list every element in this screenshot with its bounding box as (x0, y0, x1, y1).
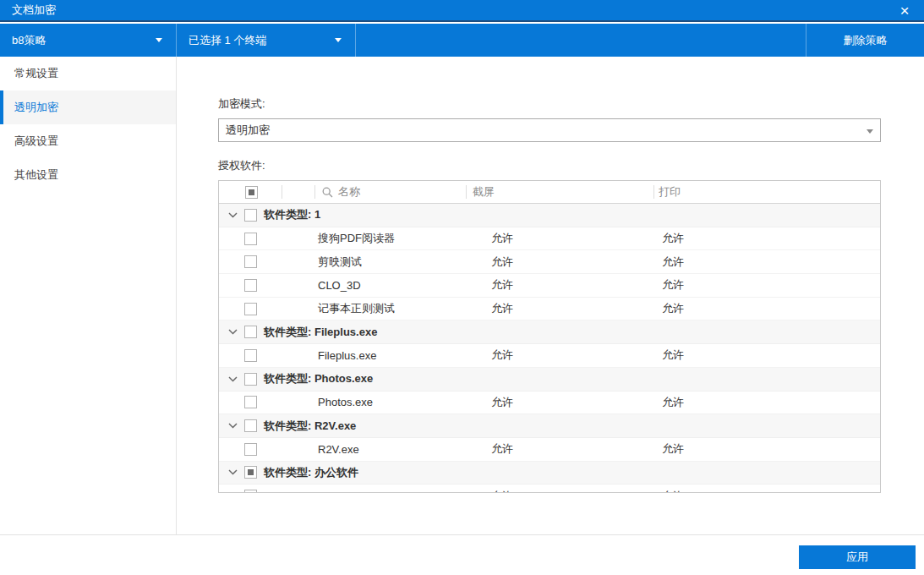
group-row[interactable]: 软件类型: 办公软件 (219, 462, 880, 485)
group-label: 软件类型: R2V.exe (264, 419, 356, 434)
screenshot-permission: 允许 (467, 301, 654, 316)
row-checkbox[interactable] (244, 490, 257, 493)
table-row[interactable]: R2V.exe允许允许 (219, 438, 880, 462)
table-row[interactable]: Fileplus.exe允许允许 (219, 344, 880, 368)
group-label: 软件类型: 办公软件 (264, 465, 358, 480)
header-screenshot-cell: 截屏 (467, 181, 654, 203)
authorized-software-label: 授权软件: (218, 158, 265, 173)
encryption-mode-value: 透明加密 (226, 123, 270, 138)
close-icon[interactable]: × (895, 1, 914, 19)
delete-policy-label: 删除策略 (844, 33, 888, 48)
row-checkbox-cell (219, 396, 282, 408)
software-name: R2V.exe (315, 443, 467, 456)
row-checkbox[interactable] (244, 419, 257, 432)
authorized-software-table: 名称 截屏 打印 软件类型: 1搜狗PDF阅读器允许允许剪映测试允许允许CLO_… (218, 180, 881, 493)
sidebar-item[interactable]: 常规设置 (0, 57, 176, 90)
group-label: 软件类型: 1 (264, 207, 320, 222)
row-checkbox[interactable] (244, 303, 257, 315)
software-name: 记事本正则测试 (315, 301, 467, 316)
row-checkbox[interactable] (244, 349, 257, 362)
software-name: 剪映测试 (315, 255, 467, 270)
sidebar-item[interactable]: 其他设置 (0, 158, 176, 192)
sidebar-item[interactable]: 透明加密 (0, 90, 176, 124)
row-checkbox[interactable] (244, 396, 257, 408)
row-checkbox[interactable] (244, 443, 257, 456)
group-row[interactable]: 软件类型: 1 (219, 204, 880, 227)
search-icon (322, 187, 333, 198)
encryption-mode-label: 加密模式: (218, 96, 265, 112)
software-name: 搜狗PDF阅读器 (315, 231, 467, 246)
table-row[interactable]: 记事本正则测试允许允许 (219, 298, 880, 321)
print-permission: 允许 (654, 489, 880, 493)
screenshot-permission: 允许 (467, 231, 654, 246)
group-label: 软件类型: Photos.exe (264, 371, 373, 386)
footer: 应用 (0, 534, 924, 575)
delete-policy-button[interactable]: 删除策略 (806, 24, 924, 57)
sidebar-item[interactable]: 高级设置 (0, 124, 176, 158)
print-permission: 允许 (654, 231, 880, 246)
screenshot-permission: 允许 (467, 489, 654, 493)
header-screenshot-label: 截屏 (473, 184, 495, 200)
screenshot-permission: 允许 (467, 348, 654, 363)
screenshot-permission: 允许 (467, 277, 654, 293)
header-print-label: 打印 (659, 184, 681, 200)
row-checkbox-cell (219, 490, 282, 493)
row-checkbox[interactable] (244, 373, 257, 386)
print-permission: 允许 (654, 301, 880, 316)
row-checkbox[interactable] (244, 255, 257, 268)
group-row[interactable]: 软件类型: R2V.exe (219, 414, 880, 438)
chevron-down-icon (156, 38, 162, 42)
chevron-down-icon (335, 38, 342, 42)
toolbar: b8策略 已选择 1 个终端 删除策略 (0, 24, 924, 57)
chevron-down-icon (867, 129, 873, 134)
main-content: 加密模式: 透明加密 授权软件: 名称 截屏 (178, 57, 924, 534)
row-checkbox-cell (219, 233, 282, 245)
chevron-down-icon[interactable] (227, 423, 238, 429)
toolbar-spacer (356, 24, 806, 57)
row-checkbox-cell (219, 255, 282, 268)
header-select-all-cell (219, 181, 282, 203)
print-permission: 允许 (654, 441, 880, 457)
table-body: 软件类型: 1搜狗PDF阅读器允许允许剪映测试允许允许CLO_3D允许允许记事本… (219, 204, 880, 493)
terminal-dropdown[interactable]: 已选择 1 个终端 (177, 24, 356, 57)
row-checkbox[interactable] (244, 279, 257, 292)
row-checkbox[interactable] (244, 209, 257, 222)
print-permission: 允许 (654, 277, 880, 293)
group-label: 软件类型: Fileplus.exe (264, 325, 377, 340)
table-header: 名称 截屏 打印 (219, 181, 880, 204)
window-titlebar: 文档加密 × (0, 0, 924, 22)
chevron-down-icon[interactable] (227, 376, 238, 382)
encryption-mode-select[interactable]: 透明加密 (218, 118, 881, 142)
table-row[interactable]: Photos.exe允许允许 (219, 392, 880, 415)
screenshot-permission: 允许 (467, 395, 654, 410)
table-row[interactable]: 搜狗PDF阅读器允许允许 (219, 227, 880, 251)
select-all-checkbox[interactable] (245, 186, 258, 199)
screenshot-permission: 允许 (467, 255, 654, 270)
policy-dropdown-value: b8策略 (12, 33, 46, 48)
screenshot-permission: 允许 (467, 441, 654, 457)
apply-button[interactable]: 应用 (799, 545, 916, 569)
row-checkbox[interactable] (244, 326, 257, 338)
chevron-down-icon[interactable] (227, 329, 238, 335)
group-row[interactable]: 软件类型: Photos.exe (219, 368, 880, 392)
print-permission: 允许 (654, 348, 880, 363)
row-checkbox[interactable] (244, 233, 257, 245)
table-row[interactable]: 剪映测试允许允许 (219, 250, 880, 274)
software-name: WPS Office (315, 490, 467, 493)
header-name-label: 名称 (338, 184, 360, 200)
table-row[interactable]: CLO_3D允许允许 (219, 274, 880, 298)
software-name: Photos.exe (315, 396, 467, 408)
software-name: CLO_3D (315, 279, 467, 292)
print-permission: 允许 (654, 395, 880, 410)
window-title: 文档加密 (12, 3, 56, 18)
row-checkbox[interactable] (244, 466, 257, 479)
header-print-cell: 打印 (654, 181, 880, 203)
header-name-cell: 名称 (315, 181, 467, 203)
chevron-down-icon[interactable] (227, 469, 238, 475)
row-checkbox-cell (219, 443, 282, 456)
policy-dropdown[interactable]: b8策略 (0, 24, 177, 57)
group-row[interactable]: 软件类型: Fileplus.exe (219, 320, 880, 344)
chevron-down-icon[interactable] (227, 212, 238, 218)
table-row[interactable]: WPS Office允许允许 (219, 485, 880, 493)
print-permission: 允许 (654, 255, 880, 270)
